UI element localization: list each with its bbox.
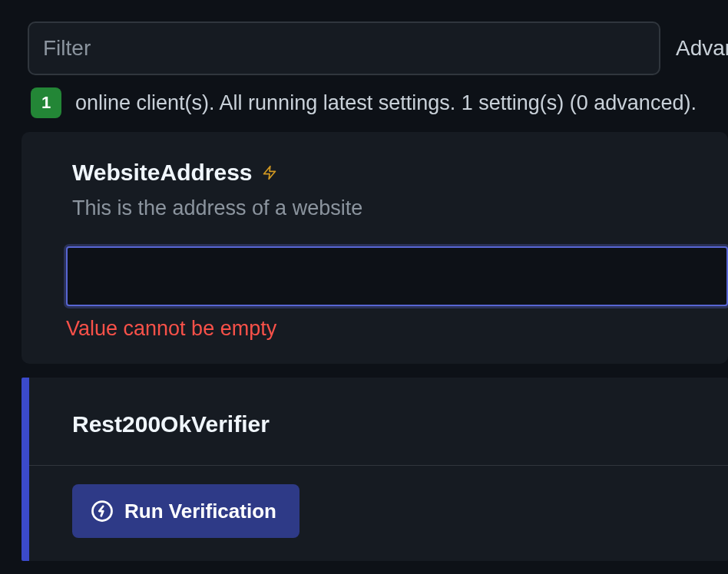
setting-card: WebsiteAddress This is the address of a … bbox=[22, 132, 728, 364]
verifier-title: Rest200OkVerifier bbox=[72, 411, 728, 437]
top-bar: Advanced bbox=[28, 21, 728, 75]
online-count-badge: 1 bbox=[31, 87, 61, 118]
setting-title-row: WebsiteAddress bbox=[72, 160, 728, 186]
bolt-circle-icon bbox=[91, 500, 114, 523]
run-verification-button[interactable]: Run Verification bbox=[72, 484, 299, 538]
divider bbox=[29, 465, 728, 466]
setting-title: WebsiteAddress bbox=[72, 160, 253, 186]
verifier-card: Rest200OkVerifier Run Verification bbox=[22, 378, 728, 561]
run-button-label: Run Verification bbox=[124, 500, 276, 523]
svg-marker-0 bbox=[263, 167, 275, 180]
filter-input[interactable] bbox=[28, 21, 660, 75]
status-text: online client(s). All running latest set… bbox=[75, 91, 697, 115]
status-bar: 1 online client(s). All running latest s… bbox=[28, 87, 728, 118]
website-address-input[interactable] bbox=[66, 246, 728, 306]
lightning-icon bbox=[262, 163, 277, 182]
setting-description: This is the address of a website bbox=[72, 196, 728, 220]
advanced-link[interactable]: Advanced bbox=[676, 36, 728, 61]
validation-error: Value cannot be empty bbox=[66, 317, 728, 341]
